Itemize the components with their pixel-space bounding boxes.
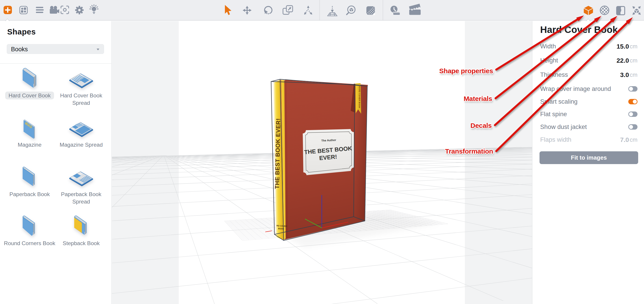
svg-text:HARD COVER BOOK: HARD COVER BOOK <box>358 86 360 108</box>
svg-text:THE BEST BOOK EVER!: THE BEST BOOK EVER! <box>274 118 282 189</box>
